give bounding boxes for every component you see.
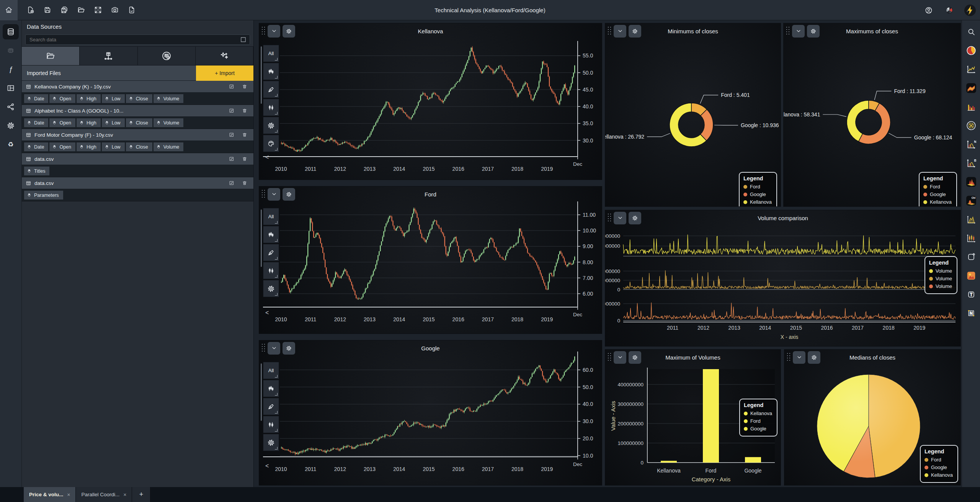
toolbar-scrollbar[interactable] xyxy=(261,363,262,421)
right-rail-text-tool[interactable]: T xyxy=(964,288,978,301)
right-rail-beta-distribution[interactable]: B xyxy=(964,156,978,170)
left-rail-database[interactable] xyxy=(3,24,19,39)
legend[interactable]: LegendVolumeVolumeVolume xyxy=(924,256,957,294)
delete-file-button[interactable] xyxy=(240,106,250,115)
right-rail-search[interactable] xyxy=(964,25,978,39)
collapse-panel-button[interactable] xyxy=(268,188,280,201)
settings-button[interactable] xyxy=(263,280,279,297)
right-rail-normal-distribution[interactable]: N xyxy=(964,137,978,151)
save-all-button[interactable] xyxy=(57,2,72,18)
panel-settings-button[interactable] xyxy=(283,25,295,38)
pen-button[interactable] xyxy=(263,398,279,415)
right-rail-polar-chart[interactable] xyxy=(964,119,978,132)
data-tab-folder-open[interactable] xyxy=(22,47,80,65)
left-rail-function[interactable]: ƒ xyxy=(3,62,19,77)
drag-handle-icon[interactable] xyxy=(786,352,791,362)
data-tab-dataset-clock[interactable] xyxy=(138,47,196,65)
left-rail-layout[interactable] xyxy=(3,80,19,96)
edit-file-button[interactable] xyxy=(227,154,237,164)
field-chip-high[interactable]: High xyxy=(77,118,101,127)
range-all-button[interactable]: All xyxy=(263,362,279,379)
right-rail-triangular-histogram[interactable] xyxy=(964,213,978,226)
field-chip-open[interactable]: Open xyxy=(49,142,75,151)
left-rail-circuit[interactable] xyxy=(3,43,19,58)
field-chip-close[interactable]: Close xyxy=(126,142,152,151)
close-tab-icon[interactable]: × xyxy=(123,492,126,498)
data-tab-sparkles[interactable] xyxy=(196,47,253,65)
toolbar-scrollbar[interactable] xyxy=(261,209,262,267)
panel-settings-button[interactable] xyxy=(629,25,641,38)
delete-file-button[interactable] xyxy=(240,130,250,139)
right-rail-surface-3d[interactable] xyxy=(964,81,978,95)
google-chart[interactable]: 60.050.040.030.020.010.02010201120122013… xyxy=(259,340,602,485)
home-button[interactable] xyxy=(0,0,18,20)
edit-file-button[interactable] xyxy=(227,130,237,139)
imported-file-row[interactable]: data.csv xyxy=(22,153,253,165)
legend[interactable]: LegendFordGoogleKellanova xyxy=(739,172,777,207)
kellanova-chart[interactable]: 55.050.045.040.035.030.02010201120122013… xyxy=(259,23,602,180)
drag-handle-icon[interactable] xyxy=(261,26,266,36)
panel-settings-button[interactable] xyxy=(629,351,641,364)
collapse-toolbar-button[interactable]: < xyxy=(263,154,271,161)
file-add-button[interactable] xyxy=(23,2,38,18)
search-input[interactable] xyxy=(29,36,240,43)
export-document-button[interactable] xyxy=(124,2,139,18)
pen-button[interactable] xyxy=(263,81,279,98)
panel-settings-button[interactable] xyxy=(283,188,295,201)
folder-open-button[interactable] xyxy=(74,2,89,18)
collapse-panel-button[interactable] xyxy=(792,25,805,38)
pen-button[interactable] xyxy=(263,244,279,261)
legend[interactable]: LegendFordGoogleKellanova xyxy=(919,172,957,207)
right-rail-pie-chart[interactable] xyxy=(964,44,978,57)
collapse-panel-button[interactable] xyxy=(793,351,805,364)
field-chip-close[interactable]: Close xyxy=(126,118,152,127)
field-chip-high[interactable]: High xyxy=(77,94,101,103)
drag-handle-icon[interactable] xyxy=(607,352,612,362)
collapse-panel-button[interactable] xyxy=(614,351,626,364)
right-rail-histogram-3d[interactable] xyxy=(964,175,978,189)
field-chip-parameters[interactable]: Parameters xyxy=(24,191,63,199)
field-chip-titles[interactable]: Titles xyxy=(24,167,49,175)
sheet-tab[interactable]: Parallel Coordi...× xyxy=(76,487,132,502)
drag-handle-icon[interactable] xyxy=(261,189,266,199)
delete-file-button[interactable] xyxy=(240,178,250,188)
right-rail-note-tool[interactable]: N xyxy=(964,306,978,320)
add-sheet-button[interactable]: + xyxy=(132,487,150,502)
range-all-button[interactable]: All xyxy=(263,45,279,62)
drag-handle-icon[interactable] xyxy=(607,213,612,223)
drag-handle-icon[interactable] xyxy=(607,26,612,36)
collapse-panel-button[interactable] xyxy=(614,25,626,38)
fullscreen-button[interactable] xyxy=(90,2,106,18)
camera-button[interactable] xyxy=(107,2,122,18)
import-button[interactable]: + Import xyxy=(196,65,253,81)
right-rail-shape-tool[interactable] xyxy=(964,250,978,264)
right-rail-bar-chart[interactable] xyxy=(964,100,978,114)
drag-handle-icon[interactable] xyxy=(261,343,266,353)
edit-file-button[interactable] xyxy=(227,82,237,91)
field-chip-close[interactable]: Close xyxy=(126,94,152,103)
field-chip-high[interactable]: High xyxy=(77,142,101,151)
field-chip-date[interactable]: Date xyxy=(24,118,48,127)
field-chip-volume[interactable]: Volume xyxy=(154,94,184,103)
right-rail-line-chart[interactable] xyxy=(964,62,978,76)
field-chip-volume[interactable]: Volume xyxy=(154,142,184,151)
delete-file-button[interactable] xyxy=(240,82,250,91)
collapse-panel-button[interactable] xyxy=(268,25,280,38)
settings-button[interactable] xyxy=(263,117,279,134)
save-button[interactable] xyxy=(40,2,55,18)
search-box[interactable] xyxy=(25,34,250,45)
drag-handle-icon[interactable] xyxy=(786,26,790,36)
candles-zoom-button[interactable] xyxy=(263,380,279,397)
legend[interactable]: LegendFordGoogleKellanova xyxy=(920,445,958,483)
edit-file-button[interactable] xyxy=(227,106,237,115)
field-chip-low[interactable]: Low xyxy=(102,142,125,151)
collapse-toolbar-button[interactable]: < xyxy=(263,309,271,317)
delete-file-button[interactable] xyxy=(240,154,250,164)
collapse-toolbar-button[interactable]: < xyxy=(263,462,271,470)
settings-button[interactable] xyxy=(263,434,279,451)
field-chip-volume[interactable]: Volume xyxy=(154,118,184,127)
field-chip-open[interactable]: Open xyxy=(49,94,75,103)
panel-settings-button[interactable] xyxy=(808,351,820,364)
field-chip-open[interactable]: Open xyxy=(49,118,75,127)
right-rail-candlestick-chart[interactable] xyxy=(964,231,978,245)
